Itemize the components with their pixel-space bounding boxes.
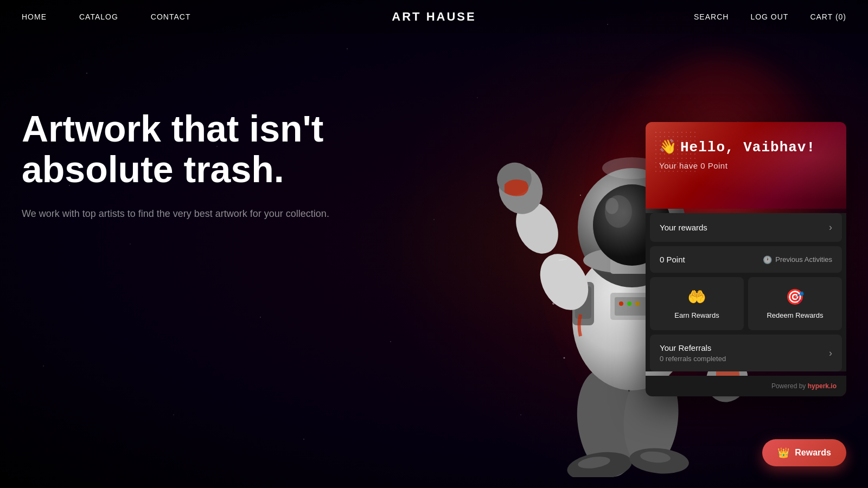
rewards-button-label: Rewards (795, 448, 831, 458)
your-rewards-label: Your rewards (660, 223, 707, 232)
nav-search[interactable]: SEARCH (694, 12, 729, 21)
greeting-value: Hello, Vaibhav! (680, 139, 815, 156)
rewards-button[interactable]: 👑 Rewards (762, 439, 846, 466)
navbar: HOME CATALOG CONTACT ART HAUSE SEARCH LO… (0, 0, 868, 34)
hero-title: Artwork that isn't absolute trash. (22, 108, 380, 190)
nav-right: SEARCH LOG OUT CART (0) (694, 12, 846, 21)
points-message: Your have 0 Point (659, 161, 833, 170)
action-cards: 🤲 Earn Rewards 🎯 Redeem Rewards (650, 277, 842, 330)
nav-logout[interactable]: LOG OUT (750, 12, 788, 21)
referrals-chevron-icon: › (829, 348, 832, 359)
referrals-count: 0 referrals completed (660, 355, 726, 363)
redeem-icon: 🎯 (786, 288, 805, 306)
nav-home[interactable]: HOME (22, 12, 47, 21)
referrals-row[interactable]: Your Referrals 0 referrals completed › (650, 335, 842, 371)
widget-header: 👋Hello, Vaibhav! Your have 0 Point (646, 122, 846, 209)
points-value: 0 Point (660, 255, 685, 264)
crown-icon: 👑 (777, 447, 789, 459)
history-icon: 🕐 (763, 255, 772, 264)
site-title: ART HAUSE (392, 10, 476, 23)
widget-body: Your rewards › 0 Point 🕐 Previous Activi… (646, 213, 846, 371)
earn-rewards-label: Earn Rewards (674, 311, 719, 319)
nav-catalog[interactable]: CATALOG (79, 12, 118, 21)
nav-left: HOME CATALOG CONTACT (22, 12, 190, 21)
redeem-rewards-card[interactable]: 🎯 Redeem Rewards (748, 277, 842, 330)
redeem-rewards-label: Redeem Rewards (767, 311, 823, 319)
hero-content: Artwork that isn't absolute trash. We wo… (22, 108, 380, 221)
wave-emoji: 👋 (659, 138, 677, 156)
powered-by-link[interactable]: hyperk.io (808, 382, 837, 390)
hero-subtitle: We work with top artists to find the ver… (22, 206, 380, 222)
nav-center: ART HAUSE (392, 10, 476, 24)
powered-by-text: Powered by (771, 382, 808, 390)
previous-activities-btn[interactable]: 🕐 Previous Activities (763, 255, 832, 264)
greeting-text: 👋Hello, Vaibhav! (659, 138, 833, 156)
nav-contact[interactable]: CONTACT (151, 12, 191, 21)
earn-rewards-card[interactable]: 🤲 Earn Rewards (650, 277, 744, 330)
chevron-right-icon: › (829, 222, 832, 233)
nav-cart[interactable]: CART (0) (810, 12, 846, 21)
points-row: 0 Point 🕐 Previous Activities (650, 246, 842, 273)
previous-activities-label: Previous Activities (775, 255, 832, 264)
widget-footer: Powered by hyperk.io (646, 376, 846, 396)
referrals-info: Your Referrals 0 referrals completed (660, 343, 726, 363)
referrals-title: Your Referrals (660, 343, 726, 352)
your-rewards-row[interactable]: Your rewards › (650, 213, 842, 242)
earn-icon: 🤲 (687, 288, 706, 306)
rewards-widget: 👋Hello, Vaibhav! Your have 0 Point Your … (646, 122, 846, 396)
